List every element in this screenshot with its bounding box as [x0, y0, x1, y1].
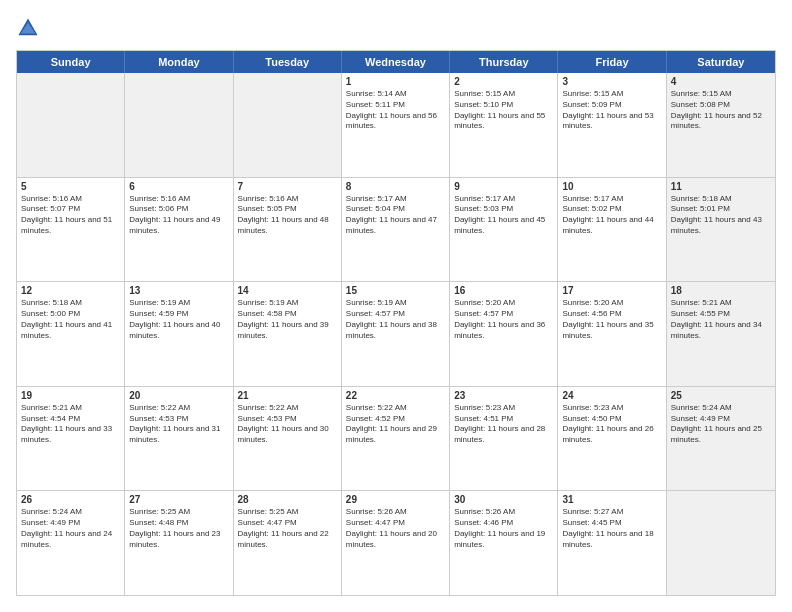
cell-daylight-info: Sunrise: 5:17 AM Sunset: 5:03 PM Dayligh… [454, 194, 553, 237]
cell-daylight-info: Sunrise: 5:24 AM Sunset: 4:49 PM Dayligh… [671, 403, 771, 446]
day-number: 29 [346, 494, 445, 505]
calendar-cell: 21Sunrise: 5:22 AM Sunset: 4:53 PM Dayli… [234, 387, 342, 491]
day-number: 12 [21, 285, 120, 296]
day-number: 3 [562, 76, 661, 87]
day-number: 24 [562, 390, 661, 401]
calendar-cell: 7Sunrise: 5:16 AM Sunset: 5:05 PM Daylig… [234, 178, 342, 282]
calendar-cell: 11Sunrise: 5:18 AM Sunset: 5:01 PM Dayli… [667, 178, 775, 282]
calendar-cell: 22Sunrise: 5:22 AM Sunset: 4:52 PM Dayli… [342, 387, 450, 491]
logo [16, 16, 44, 40]
calendar: SundayMondayTuesdayWednesdayThursdayFrid… [16, 50, 776, 596]
day-number: 8 [346, 181, 445, 192]
page: SundayMondayTuesdayWednesdayThursdayFrid… [0, 0, 792, 612]
calendar-row: 5Sunrise: 5:16 AM Sunset: 5:07 PM Daylig… [17, 178, 775, 283]
calendar-row: 1Sunrise: 5:14 AM Sunset: 5:11 PM Daylig… [17, 73, 775, 178]
cell-daylight-info: Sunrise: 5:17 AM Sunset: 5:04 PM Dayligh… [346, 194, 445, 237]
cell-daylight-info: Sunrise: 5:19 AM Sunset: 4:57 PM Dayligh… [346, 298, 445, 341]
day-number: 30 [454, 494, 553, 505]
calendar-cell: 28Sunrise: 5:25 AM Sunset: 4:47 PM Dayli… [234, 491, 342, 595]
day-number: 18 [671, 285, 771, 296]
calendar-cell: 17Sunrise: 5:20 AM Sunset: 4:56 PM Dayli… [558, 282, 666, 386]
cell-daylight-info: Sunrise: 5:16 AM Sunset: 5:05 PM Dayligh… [238, 194, 337, 237]
day-number: 15 [346, 285, 445, 296]
cell-daylight-info: Sunrise: 5:19 AM Sunset: 4:59 PM Dayligh… [129, 298, 228, 341]
day-number: 13 [129, 285, 228, 296]
calendar-cell: 9Sunrise: 5:17 AM Sunset: 5:03 PM Daylig… [450, 178, 558, 282]
cell-daylight-info: Sunrise: 5:20 AM Sunset: 4:57 PM Dayligh… [454, 298, 553, 341]
cell-daylight-info: Sunrise: 5:22 AM Sunset: 4:52 PM Dayligh… [346, 403, 445, 446]
cell-daylight-info: Sunrise: 5:22 AM Sunset: 4:53 PM Dayligh… [129, 403, 228, 446]
cell-daylight-info: Sunrise: 5:25 AM Sunset: 4:48 PM Dayligh… [129, 507, 228, 550]
weekday-header: Friday [558, 51, 666, 73]
calendar-row: 12Sunrise: 5:18 AM Sunset: 5:00 PM Dayli… [17, 282, 775, 387]
cell-daylight-info: Sunrise: 5:15 AM Sunset: 5:09 PM Dayligh… [562, 89, 661, 132]
calendar-cell: 10Sunrise: 5:17 AM Sunset: 5:02 PM Dayli… [558, 178, 666, 282]
calendar-header: SundayMondayTuesdayWednesdayThursdayFrid… [17, 51, 775, 73]
calendar-cell: 14Sunrise: 5:19 AM Sunset: 4:58 PM Dayli… [234, 282, 342, 386]
day-number: 28 [238, 494, 337, 505]
day-number: 2 [454, 76, 553, 87]
calendar-cell: 20Sunrise: 5:22 AM Sunset: 4:53 PM Dayli… [125, 387, 233, 491]
cell-daylight-info: Sunrise: 5:15 AM Sunset: 5:10 PM Dayligh… [454, 89, 553, 132]
calendar-cell: 6Sunrise: 5:16 AM Sunset: 5:06 PM Daylig… [125, 178, 233, 282]
day-number: 23 [454, 390, 553, 401]
weekday-header: Wednesday [342, 51, 450, 73]
day-number: 14 [238, 285, 337, 296]
day-number: 25 [671, 390, 771, 401]
day-number: 16 [454, 285, 553, 296]
calendar-cell: 27Sunrise: 5:25 AM Sunset: 4:48 PM Dayli… [125, 491, 233, 595]
calendar-cell: 15Sunrise: 5:19 AM Sunset: 4:57 PM Dayli… [342, 282, 450, 386]
cell-daylight-info: Sunrise: 5:16 AM Sunset: 5:07 PM Dayligh… [21, 194, 120, 237]
day-number: 17 [562, 285, 661, 296]
day-number: 20 [129, 390, 228, 401]
cell-daylight-info: Sunrise: 5:27 AM Sunset: 4:45 PM Dayligh… [562, 507, 661, 550]
calendar-row: 26Sunrise: 5:24 AM Sunset: 4:49 PM Dayli… [17, 491, 775, 595]
cell-daylight-info: Sunrise: 5:21 AM Sunset: 4:55 PM Dayligh… [671, 298, 771, 341]
calendar-cell: 1Sunrise: 5:14 AM Sunset: 5:11 PM Daylig… [342, 73, 450, 177]
calendar-cell: 19Sunrise: 5:21 AM Sunset: 4:54 PM Dayli… [17, 387, 125, 491]
calendar-body: 1Sunrise: 5:14 AM Sunset: 5:11 PM Daylig… [17, 73, 775, 595]
day-number: 4 [671, 76, 771, 87]
calendar-cell: 16Sunrise: 5:20 AM Sunset: 4:57 PM Dayli… [450, 282, 558, 386]
calendar-cell: 30Sunrise: 5:26 AM Sunset: 4:46 PM Dayli… [450, 491, 558, 595]
calendar-cell [667, 491, 775, 595]
day-number: 10 [562, 181, 661, 192]
cell-daylight-info: Sunrise: 5:23 AM Sunset: 4:51 PM Dayligh… [454, 403, 553, 446]
weekday-header: Sunday [17, 51, 125, 73]
day-number: 1 [346, 76, 445, 87]
calendar-cell: 23Sunrise: 5:23 AM Sunset: 4:51 PM Dayli… [450, 387, 558, 491]
cell-daylight-info: Sunrise: 5:24 AM Sunset: 4:49 PM Dayligh… [21, 507, 120, 550]
day-number: 26 [21, 494, 120, 505]
day-number: 19 [21, 390, 120, 401]
calendar-cell: 2Sunrise: 5:15 AM Sunset: 5:10 PM Daylig… [450, 73, 558, 177]
day-number: 21 [238, 390, 337, 401]
day-number: 11 [671, 181, 771, 192]
calendar-cell: 24Sunrise: 5:23 AM Sunset: 4:50 PM Dayli… [558, 387, 666, 491]
cell-daylight-info: Sunrise: 5:22 AM Sunset: 4:53 PM Dayligh… [238, 403, 337, 446]
calendar-cell: 13Sunrise: 5:19 AM Sunset: 4:59 PM Dayli… [125, 282, 233, 386]
header [16, 16, 776, 40]
cell-daylight-info: Sunrise: 5:23 AM Sunset: 4:50 PM Dayligh… [562, 403, 661, 446]
calendar-cell: 12Sunrise: 5:18 AM Sunset: 5:00 PM Dayli… [17, 282, 125, 386]
logo-icon [16, 16, 40, 40]
cell-daylight-info: Sunrise: 5:17 AM Sunset: 5:02 PM Dayligh… [562, 194, 661, 237]
weekday-header: Monday [125, 51, 233, 73]
day-number: 27 [129, 494, 228, 505]
calendar-cell: 29Sunrise: 5:26 AM Sunset: 4:47 PM Dayli… [342, 491, 450, 595]
day-number: 9 [454, 181, 553, 192]
cell-daylight-info: Sunrise: 5:14 AM Sunset: 5:11 PM Dayligh… [346, 89, 445, 132]
calendar-cell: 31Sunrise: 5:27 AM Sunset: 4:45 PM Dayli… [558, 491, 666, 595]
calendar-cell: 26Sunrise: 5:24 AM Sunset: 4:49 PM Dayli… [17, 491, 125, 595]
day-number: 7 [238, 181, 337, 192]
cell-daylight-info: Sunrise: 5:21 AM Sunset: 4:54 PM Dayligh… [21, 403, 120, 446]
calendar-cell: 18Sunrise: 5:21 AM Sunset: 4:55 PM Dayli… [667, 282, 775, 386]
calendar-cell: 3Sunrise: 5:15 AM Sunset: 5:09 PM Daylig… [558, 73, 666, 177]
cell-daylight-info: Sunrise: 5:18 AM Sunset: 5:01 PM Dayligh… [671, 194, 771, 237]
calendar-cell [125, 73, 233, 177]
calendar-cell [17, 73, 125, 177]
calendar-cell: 5Sunrise: 5:16 AM Sunset: 5:07 PM Daylig… [17, 178, 125, 282]
cell-daylight-info: Sunrise: 5:19 AM Sunset: 4:58 PM Dayligh… [238, 298, 337, 341]
calendar-cell: 4Sunrise: 5:15 AM Sunset: 5:08 PM Daylig… [667, 73, 775, 177]
weekday-header: Saturday [667, 51, 775, 73]
day-number: 31 [562, 494, 661, 505]
